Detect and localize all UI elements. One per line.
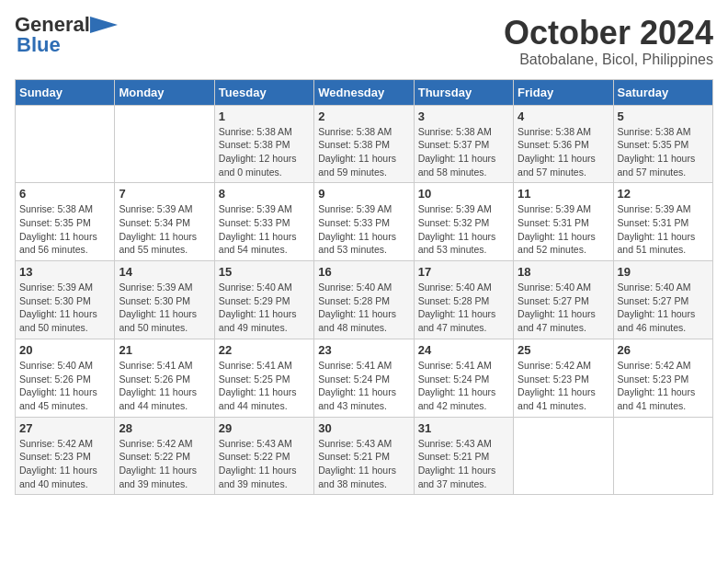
calendar-cell: 6Sunrise: 5:38 AMSunset: 5:35 PMDaylight… [16,183,115,261]
calendar-cell: 20Sunrise: 5:40 AMSunset: 5:26 PMDayligh… [16,339,115,417]
cell-date-number: 17 [418,265,509,279]
calendar-cell: 24Sunrise: 5:41 AMSunset: 5:24 PMDayligh… [414,339,513,417]
cell-info-text: Sunrise: 5:38 AMSunset: 5:38 PMDaylight:… [219,125,310,179]
cell-date-number: 27 [19,421,110,435]
cell-date-number: 26 [618,343,709,357]
calendar-cell: 12Sunrise: 5:39 AMSunset: 5:31 PMDayligh… [613,183,712,261]
day-header-tuesday: Tuesday [214,79,313,105]
cell-info-text: Sunrise: 5:39 AMSunset: 5:30 PMDaylight:… [19,281,110,335]
calendar-cell: 8Sunrise: 5:39 AMSunset: 5:33 PMDaylight… [214,183,313,261]
cell-info-text: Sunrise: 5:41 AMSunset: 5:26 PMDaylight:… [119,359,210,413]
calendar-cell: 19Sunrise: 5:40 AMSunset: 5:27 PMDayligh… [613,261,712,339]
cell-date-number: 7 [119,187,210,201]
calendar-cell: 3Sunrise: 5:38 AMSunset: 5:37 PMDaylight… [414,105,513,183]
page-header: General Blue October 2024 Batobalane, Bi… [15,15,713,68]
calendar-cell: 28Sunrise: 5:42 AMSunset: 5:22 PMDayligh… [115,417,214,495]
day-header-thursday: Thursday [414,79,513,105]
calendar-week-row: 27Sunrise: 5:42 AMSunset: 5:23 PMDayligh… [16,417,713,495]
cell-info-text: Sunrise: 5:43 AMSunset: 5:21 PMDaylight:… [418,437,509,491]
cell-date-number: 13 [19,265,110,279]
cell-date-number: 14 [119,265,210,279]
day-header-friday: Friday [514,79,613,105]
cell-date-number: 5 [618,109,709,123]
cell-info-text: Sunrise: 5:41 AMSunset: 5:25 PMDaylight:… [219,359,310,413]
calendar-cell: 5Sunrise: 5:38 AMSunset: 5:35 PMDaylight… [613,105,712,183]
page-title: October 2024 [504,15,713,52]
calendar-cell: 11Sunrise: 5:39 AMSunset: 5:31 PMDayligh… [514,183,613,261]
cell-date-number: 3 [418,109,509,123]
cell-info-text: Sunrise: 5:39 AMSunset: 5:34 PMDaylight:… [119,202,210,257]
cell-info-text: Sunrise: 5:39 AMSunset: 5:32 PMDaylight:… [418,202,509,257]
calendar-cell: 10Sunrise: 5:39 AMSunset: 5:32 PMDayligh… [414,183,513,261]
calendar-cell: 22Sunrise: 5:41 AMSunset: 5:25 PMDayligh… [214,339,313,417]
cell-info-text: Sunrise: 5:38 AMSunset: 5:35 PMDaylight:… [19,202,110,257]
cell-info-text: Sunrise: 5:39 AMSunset: 5:33 PMDaylight:… [318,202,409,257]
cell-info-text: Sunrise: 5:43 AMSunset: 5:21 PMDaylight:… [318,437,409,491]
calendar-week-row: 6Sunrise: 5:38 AMSunset: 5:35 PMDaylight… [16,183,713,261]
cell-date-number: 24 [418,343,509,357]
calendar-cell: 23Sunrise: 5:41 AMSunset: 5:24 PMDayligh… [314,339,414,417]
cell-info-text: Sunrise: 5:42 AMSunset: 5:23 PMDaylight:… [19,437,110,491]
cell-info-text: Sunrise: 5:42 AMSunset: 5:23 PMDaylight:… [618,359,709,413]
calendar-cell: 21Sunrise: 5:41 AMSunset: 5:26 PMDayligh… [115,339,214,417]
logo-arrow-icon [90,17,118,33]
cell-info-text: Sunrise: 5:42 AMSunset: 5:22 PMDaylight:… [119,437,210,491]
calendar-cell: 16Sunrise: 5:40 AMSunset: 5:28 PMDayligh… [314,261,414,339]
cell-date-number: 1 [219,109,310,123]
calendar-week-row: 20Sunrise: 5:40 AMSunset: 5:26 PMDayligh… [16,339,713,417]
calendar-cell: 25Sunrise: 5:42 AMSunset: 5:23 PMDayligh… [514,339,613,417]
cell-info-text: Sunrise: 5:38 AMSunset: 5:36 PMDaylight:… [518,125,609,179]
calendar-cell: 4Sunrise: 5:38 AMSunset: 5:36 PMDaylight… [514,105,613,183]
cell-info-text: Sunrise: 5:40 AMSunset: 5:28 PMDaylight:… [318,281,409,335]
day-header-monday: Monday [115,79,214,105]
cell-info-text: Sunrise: 5:39 AMSunset: 5:31 PMDaylight:… [618,202,709,257]
cell-info-text: Sunrise: 5:41 AMSunset: 5:24 PMDaylight:… [418,359,509,413]
cell-info-text: Sunrise: 5:39 AMSunset: 5:33 PMDaylight:… [219,202,310,257]
cell-date-number: 9 [318,187,409,201]
calendar-cell [115,105,214,183]
svg-marker-0 [90,17,118,33]
cell-date-number: 29 [219,421,310,435]
calendar-cell: 27Sunrise: 5:42 AMSunset: 5:23 PMDayligh… [16,417,115,495]
day-header-sunday: Sunday [16,79,115,105]
cell-date-number: 12 [618,187,709,201]
cell-date-number: 22 [219,343,310,357]
cell-date-number: 31 [418,421,509,435]
calendar-cell [613,417,712,495]
page-subtitle: Batobalane, Bicol, Philippines [504,52,713,68]
cell-info-text: Sunrise: 5:38 AMSunset: 5:35 PMDaylight:… [618,125,709,179]
calendar-cell [16,105,115,183]
cell-info-text: Sunrise: 5:42 AMSunset: 5:23 PMDaylight:… [518,359,609,413]
cell-info-text: Sunrise: 5:40 AMSunset: 5:28 PMDaylight:… [418,281,509,335]
title-block: October 2024 Batobalane, Bicol, Philippi… [504,15,713,68]
cell-date-number: 8 [219,187,310,201]
cell-date-number: 18 [518,265,609,279]
cell-date-number: 23 [318,343,409,357]
calendar-cell: 2Sunrise: 5:38 AMSunset: 5:38 PMDaylight… [314,105,414,183]
calendar-cell: 31Sunrise: 5:43 AMSunset: 5:21 PMDayligh… [414,417,513,495]
calendar-cell: 18Sunrise: 5:40 AMSunset: 5:27 PMDayligh… [514,261,613,339]
calendar-cell: 15Sunrise: 5:40 AMSunset: 5:29 PMDayligh… [214,261,313,339]
calendar-cell: 9Sunrise: 5:39 AMSunset: 5:33 PMDaylight… [314,183,414,261]
cell-date-number: 6 [19,187,110,201]
cell-date-number: 20 [19,343,110,357]
calendar-cell: 14Sunrise: 5:39 AMSunset: 5:30 PMDayligh… [115,261,214,339]
day-header-saturday: Saturday [613,79,712,105]
calendar-cell: 29Sunrise: 5:43 AMSunset: 5:22 PMDayligh… [214,417,313,495]
cell-info-text: Sunrise: 5:38 AMSunset: 5:38 PMDaylight:… [318,125,409,179]
cell-date-number: 16 [318,265,409,279]
calendar-header-row: SundayMondayTuesdayWednesdayThursdayFrid… [16,79,713,105]
logo-general: General [15,15,90,35]
cell-info-text: Sunrise: 5:40 AMSunset: 5:27 PMDaylight:… [518,281,609,335]
calendar-cell: 7Sunrise: 5:39 AMSunset: 5:34 PMDaylight… [115,183,214,261]
cell-date-number: 28 [119,421,210,435]
cell-info-text: Sunrise: 5:40 AMSunset: 5:29 PMDaylight:… [219,281,310,335]
calendar-cell: 26Sunrise: 5:42 AMSunset: 5:23 PMDayligh… [613,339,712,417]
cell-date-number: 30 [318,421,409,435]
cell-info-text: Sunrise: 5:39 AMSunset: 5:30 PMDaylight:… [119,281,210,335]
logo-blue: Blue [17,33,61,56]
cell-info-text: Sunrise: 5:41 AMSunset: 5:24 PMDaylight:… [318,359,409,413]
calendar-cell [514,417,613,495]
calendar-week-row: 1Sunrise: 5:38 AMSunset: 5:38 PMDaylight… [16,105,713,183]
calendar-table: SundayMondayTuesdayWednesdayThursdayFrid… [15,79,713,496]
